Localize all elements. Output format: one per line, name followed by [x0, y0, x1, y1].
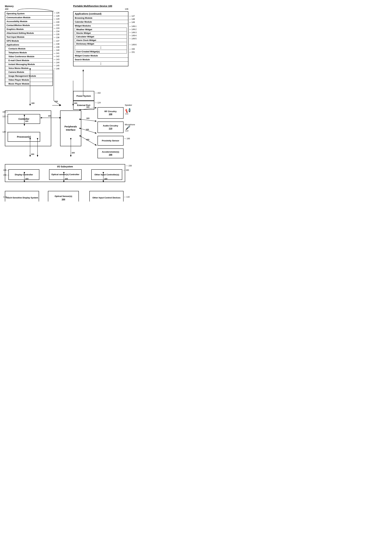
ref-149-3: — 149-3: [129, 31, 136, 34]
ref-149-6: — 149-6: [129, 44, 136, 46]
mem-item-os: Operating System: [5, 12, 52, 16]
app-video-conf: Video Conference Module: [5, 55, 52, 59]
svg-text:103: 103: [86, 117, 89, 119]
ref-129: — 129: [54, 18, 59, 20]
mem-item-access: Accessibility Module: [5, 19, 52, 23]
controller-label: Controller: [19, 118, 29, 120]
ref-143: — 143: [54, 58, 59, 61]
other-ctrl-label: Other Input Controller(s): [94, 173, 119, 176]
mem-item-comm: Communication Module: [5, 16, 52, 19]
ref-120: 120 —: [2, 131, 8, 133]
ref-130: — 130: [54, 21, 59, 23]
widget-inner-box: Weather Widget Stocks Widget Calculator …: [75, 28, 127, 53]
app-calendar: Calendar Module: [74, 20, 128, 24]
ref-138: — 138: [54, 43, 59, 45]
accel-label: Accelerometer(s): [102, 151, 119, 153]
mem-item-graphics: Graphics Module: [5, 27, 52, 31]
audio-ref: 110: [103, 127, 118, 130]
power-system-box: Power System: [73, 91, 94, 101]
widget-weather: Weather Widget: [75, 28, 127, 31]
widget-dots: ⋮: [75, 46, 127, 50]
rf-label: RF Circuitry: [104, 110, 117, 113]
ref-148: — 148: [129, 18, 135, 20]
accel-ref: 168: [102, 153, 119, 156]
app-dots-bottom: ⋮: [74, 62, 128, 66]
ref-166: — 166: [124, 138, 130, 140]
ref-156: 156 —: [3, 174, 9, 176]
device-title: Portable Multifunction Device Portable M…: [73, 5, 112, 7]
ref-116: — 116: [124, 196, 130, 198]
optical-sensor-label: Optical Sensor(s): [55, 195, 72, 198]
ref-126: — 126: [54, 12, 59, 14]
app-image-mgmt: Image Management Module: [5, 74, 52, 78]
power-system-label: Power System: [77, 95, 91, 97]
prox-label: Proximity Sensor: [102, 139, 119, 142]
ref-160: — 160: [123, 169, 129, 171]
svg-line-13: [81, 119, 96, 121]
ref-135: — 135: [54, 33, 59, 36]
io-header-label: I/O Subsystem: [57, 165, 73, 168]
speaker-icon: 📢: [125, 108, 131, 113]
rf-ref: 108: [104, 113, 117, 116]
ref-149: — 149: [129, 21, 135, 23]
app-email: E-mail Client Module: [5, 59, 52, 62]
ref-149-1: — 149-1: [129, 25, 136, 28]
app-telephone: Telephone Module: [5, 51, 52, 55]
ref-136-left: — 136: [54, 36, 59, 39]
svg-line-3: [54, 101, 61, 106]
ref-134: — 134: [54, 30, 59, 32]
processor-box: Processor(s): [8, 132, 40, 142]
peripherals-label: Peripherals Interface: [61, 125, 81, 131]
applications-header: Applications: [5, 43, 52, 47]
accelerometer-box: Accelerometer(s) 168: [98, 148, 124, 158]
display-controller-box: Display Controller: [9, 169, 39, 180]
other-input-label: Other Input Control Devices: [93, 196, 121, 199]
svg-text:103: 103: [31, 102, 34, 104]
peripherals-box: Peripherals Interface: [60, 111, 81, 146]
ref-151: — 151: [129, 51, 135, 53]
other-input-ctrl-box: Other Input Controller(s): [91, 169, 122, 180]
ref-106: 106 —: [3, 169, 9, 171]
app-voice-memo: Voice Memo Module: [5, 66, 52, 70]
memory-label: Memory: [5, 5, 14, 8]
rf-circuitry-box: RF Circuitry 108: [98, 107, 124, 119]
mem-item-attach: Attachment Editing Module: [5, 31, 52, 35]
widget-alarm: Alarm Clock Widget: [75, 38, 127, 42]
ref-145: — 145: [54, 65, 59, 67]
app-widget-modules: Widget Modules: [74, 24, 128, 27]
audio-circuitry-box: Audio Circuitry 110: [98, 121, 124, 133]
external-port-box: External Port: [73, 101, 94, 110]
ref-104: 104 —: [2, 111, 8, 113]
touch-display-box: Touch-Sensitive Display System: [5, 191, 39, 201]
widget-user-created: User-Created Widget(s): [75, 50, 127, 53]
widget-calculator: Calculator Widget: [75, 35, 127, 38]
io-subsystem-box: I/O Subsystem Display Controller Optical…: [5, 164, 125, 182]
ctrl-processor-box: Controller Processor(s): [5, 111, 51, 146]
ref-112: 112 —: [3, 196, 9, 198]
app-contacts: Contacts Module: [5, 47, 52, 51]
ref-149-4: — 149-4: [129, 34, 136, 37]
svg-text:103: 103: [86, 139, 89, 141]
external-port-label: External Port: [77, 104, 90, 107]
mem-item-text: Text Input Module: [5, 35, 52, 39]
ref-149-5: — 149-5: [129, 37, 136, 40]
touch-display-label: Touch-Sensitive Display System: [6, 196, 38, 199]
diagram: Portable Multifunction Device Portable M…: [3, 3, 143, 198]
ref-122: 122 —: [2, 115, 8, 118]
proximity-sensor-box: Proximity Sensor: [98, 136, 124, 146]
svg-line-15: [81, 129, 96, 133]
ref-124: — 124: [95, 102, 101, 104]
optical-ctrl-label: Optical sensor(s) Controller: [51, 173, 79, 176]
app-music: Music Player Module: [5, 82, 52, 86]
svg-text:103: 103: [31, 153, 34, 155]
ref-142: — 142: [54, 55, 59, 58]
apps-continued-header: Applications (continued): [74, 12, 128, 16]
widget-dictionary: Dictionary Widget: [75, 42, 127, 46]
svg-text:103: 103: [71, 152, 75, 154]
svg-text:103: 103: [86, 129, 89, 130]
app-browsing: Browsing Module: [74, 16, 128, 20]
ref-150: — 150: [129, 48, 135, 50]
controller-box: Controller: [8, 114, 40, 124]
speaker-ref: 111: [125, 113, 128, 115]
ref-162: — 162: [95, 92, 101, 94]
